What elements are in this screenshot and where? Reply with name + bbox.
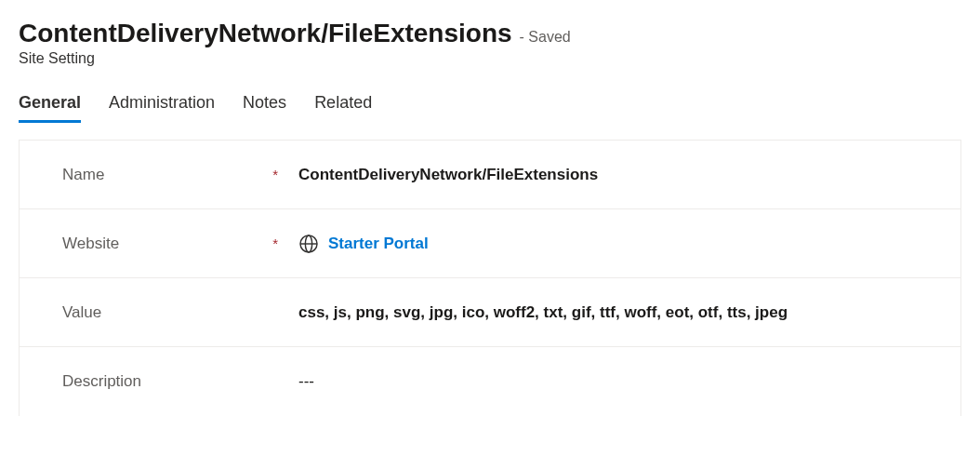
field-label-website: Website * [62, 235, 298, 253]
field-row-description: Description --- [20, 347, 960, 416]
field-value-name[interactable]: ContentDeliveryNetwork/FileExtensions [298, 166, 960, 184]
page-header: ContentDeliveryNetwork/FileExtensions - … [19, 19, 961, 67]
field-label-name: Name * [62, 166, 298, 184]
tab-related[interactable]: Related [314, 93, 372, 123]
label-text-value: Value [62, 303, 101, 322]
page-title: ContentDeliveryNetwork/FileExtensions [19, 19, 512, 48]
tab-bar: General Administration Notes Related [19, 93, 961, 123]
field-label-value: Value [62, 303, 298, 322]
required-asterisk: * [272, 167, 278, 182]
field-value-website[interactable]: Starter Portal [298, 234, 960, 254]
name-value-text: ContentDeliveryNetwork/FileExtensions [298, 166, 598, 184]
label-text-website: Website [62, 235, 119, 253]
tab-notes[interactable]: Notes [243, 93, 286, 123]
field-row-website: Website * Starter Portal [20, 209, 960, 278]
website-lookup-link[interactable]: Starter Portal [328, 235, 429, 253]
field-row-value: Value css, js, png, svg, jpg, ico, woff2… [20, 278, 960, 347]
form-panel: Name * ContentDeliveryNetwork/FileExtens… [19, 140, 961, 416]
label-text-description: Description [62, 372, 141, 391]
title-row: ContentDeliveryNetwork/FileExtensions - … [19, 19, 961, 48]
required-asterisk: * [272, 235, 278, 251]
description-value-text: --- [298, 372, 314, 391]
tab-administration[interactable]: Administration [109, 93, 215, 123]
field-label-description: Description [62, 372, 298, 391]
field-value-description[interactable]: --- [298, 372, 960, 391]
field-value-value[interactable]: css, js, png, svg, jpg, ico, woff2, txt,… [298, 303, 960, 322]
save-status: - Saved [520, 29, 571, 46]
tab-general[interactable]: General [19, 93, 81, 123]
value-value-text: css, js, png, svg, jpg, ico, woff2, txt,… [298, 303, 788, 322]
globe-icon [298, 234, 319, 254]
field-row-name: Name * ContentDeliveryNetwork/FileExtens… [20, 141, 960, 209]
label-text-name: Name [62, 166, 104, 184]
entity-type-label: Site Setting [19, 50, 961, 67]
